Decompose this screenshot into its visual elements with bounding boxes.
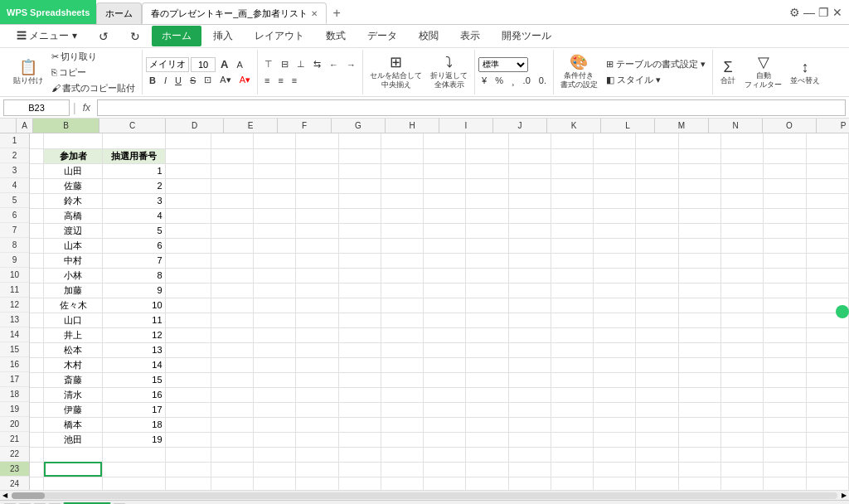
cell-r16-c7[interactable] [338,357,381,372]
selected-cell-b23[interactable] [44,462,103,477]
row-num-2[interactable]: 2 [0,148,29,163]
cell-r12-c16[interactable] [721,298,764,313]
cell-r21-c17[interactable] [764,432,806,447]
restore-icon[interactable]: ❐ [818,6,829,19]
cell-r2-c11[interactable] [508,148,551,163]
cell-num-4[interactable]: 2 [102,178,165,193]
cell-r16-c10[interactable] [466,357,508,372]
cell-r14-c17[interactable] [764,327,806,342]
cell-r5-c5[interactable] [253,193,295,208]
tab-review[interactable]: 校閲 [409,26,449,46]
cell-name-11[interactable]: 加藤 [44,283,103,298]
font-color-button[interactable]: A▾ [236,73,254,88]
row-num-10[interactable]: 10 [0,268,29,283]
cell-r21-c18[interactable] [806,432,848,447]
cell-r17-c11[interactable] [508,372,551,387]
col-header-O[interactable]: O [763,119,817,133]
cell-r2-c14[interactable] [636,148,678,163]
cell-r23-c3[interactable] [165,462,211,477]
cell-num-8[interactable]: 6 [102,238,165,253]
cell-r18-c18[interactable] [806,387,848,402]
row-num-7[interactable]: 7 [0,223,29,238]
col-header-I[interactable]: I [439,119,493,133]
cell-r14-c12[interactable] [551,327,593,342]
cell-num-12[interactable]: 10 [102,298,165,313]
cell-r24-c7[interactable] [338,477,381,490]
decimal-increase-button[interactable]: .0 [520,73,534,88]
col-header-D[interactable]: D [166,119,224,133]
cell-r16-c17[interactable] [764,357,806,372]
cell-num-17[interactable]: 15 [102,372,165,387]
cell-r20-c13[interactable] [594,417,636,432]
settings-icon[interactable]: ⚙ [789,6,800,19]
cell-r10-c18[interactable] [806,268,848,283]
cell-r23-c6[interactable] [296,462,338,477]
cell-r21-c9[interactable] [424,432,466,447]
cell-name-6[interactable]: 高橋 [44,208,103,223]
cell-r24-c2[interactable] [102,477,165,490]
cell-r6-c9[interactable] [424,208,466,223]
fill-color-button[interactable]: A▾ [216,73,234,88]
cell-r11-c13[interactable] [594,283,636,298]
cell-r19-c18[interactable] [806,402,848,417]
wrap-button[interactable]: ⤵ 折り返して全体表示 [427,51,471,94]
cell-r1-c5[interactable] [253,133,295,148]
cell-r13-c4[interactable] [211,313,253,327]
cell-r6-c15[interactable] [678,208,720,223]
cell-r19-c5[interactable] [253,402,295,417]
cell-r12-c10[interactable] [466,298,508,313]
cell-r6-c6[interactable] [296,208,338,223]
cell-r22-c10[interactable] [466,447,508,462]
cell-r3-c7[interactable] [338,163,381,178]
cell-r18-c0[interactable] [30,387,44,402]
cell-r15-c16[interactable] [721,342,764,357]
cell-r6-c16[interactable] [721,208,764,223]
cell-r10-c12[interactable] [551,268,593,283]
cell-r6-c0[interactable] [30,208,44,223]
cell-r13-c17[interactable] [764,313,806,327]
cell-r20-c4[interactable] [211,417,253,432]
cell-r7-c15[interactable] [678,223,720,238]
cell-r15-c6[interactable] [296,342,338,357]
cell-r11-c10[interactable] [466,283,508,298]
cell-r4-c0[interactable] [30,178,44,193]
cell-r14-c14[interactable] [636,327,678,342]
cell-r20-c9[interactable] [424,417,466,432]
cell-r18-c16[interactable] [721,387,764,402]
cell-r3-c10[interactable] [466,163,508,178]
cell-r6-c3[interactable] [165,208,211,223]
cell-r8-c14[interactable] [636,238,678,253]
cell-r13-c3[interactable] [165,313,211,327]
cell-r6-c5[interactable] [253,208,295,223]
cell-num-5[interactable]: 3 [102,193,165,208]
tab-home[interactable]: ホーム [152,26,201,46]
header-participant[interactable]: 参加者 [44,148,103,163]
cell-r9-c11[interactable] [508,253,551,268]
cell-r23-c7[interactable] [338,462,381,477]
cell-r23-c15[interactable] [678,462,720,477]
cell-r24-c8[interactable] [381,477,423,490]
cell-r21-c16[interactable] [721,432,764,447]
cell-r22-c15[interactable] [678,447,720,462]
cell-r24-c11[interactable] [508,477,551,490]
cell-r1-c2[interactable] [102,133,165,148]
cell-name-3[interactable]: 山田 [44,163,103,178]
cell-r16-c8[interactable] [381,357,423,372]
cell-r15-c13[interactable] [594,342,636,357]
cell-r8-c18[interactable] [806,238,848,253]
cell-r20-c0[interactable] [30,417,44,432]
cell-r23-c16[interactable] [721,462,764,477]
cell-r9-c5[interactable] [253,253,295,268]
cell-r7-c16[interactable] [721,223,764,238]
cell-r11-c11[interactable] [508,283,551,298]
cell-r8-c5[interactable] [253,238,295,253]
row-num-3[interactable]: 3 [0,163,29,178]
table-format-button[interactable]: ⊞ テーブルの書式設定 ▾ [603,57,709,72]
cell-r13-c12[interactable] [551,313,593,327]
cell-r7-c11[interactable] [508,223,551,238]
cell-r13-c13[interactable] [594,313,636,327]
cell-r3-c0[interactable] [30,163,44,178]
cell-name-13[interactable]: 山口 [44,313,103,327]
cell-num-7[interactable]: 5 [102,223,165,238]
cell-r11-c17[interactable] [764,283,806,298]
